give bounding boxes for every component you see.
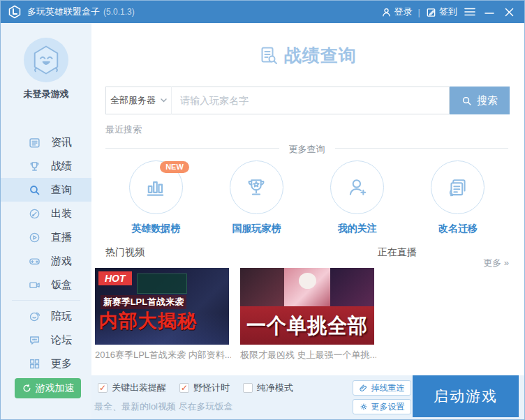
checkbox-jungle-timer[interactable]: ✓ 野怪计时 (179, 382, 230, 394)
main-content: 战绩查询 全部服务器 搜索 最近搜索 更多查询 NEW (91, 23, 524, 375)
quick-link-rename-transfer[interactable]: 改名迁移 (408, 160, 508, 235)
close-icon (505, 8, 514, 17)
grid-icon (29, 358, 40, 370)
checkbox-label: 关键出装提醒 (112, 382, 166, 394)
more-query-divider: 更多查询 (105, 148, 508, 162)
news-icon (29, 137, 40, 149)
sidebar-item-news[interactable]: 资讯 (1, 130, 91, 154)
avatar-caption: 未登录游戏 (1, 88, 91, 100)
quick-link-label: 我的关注 (338, 223, 377, 235)
pencil-square-icon (426, 7, 436, 17)
reconnect-button[interactable]: 掉线重连 (353, 380, 411, 396)
hamburger-icon (464, 8, 475, 16)
avatar[interactable] (24, 38, 68, 82)
sidebar-item-records[interactable]: 战绩 (1, 154, 91, 178)
sidebar-item-label: 陪玩 (51, 310, 72, 323)
footer-checkboxes: ✓ 关键出装提醒 ✓ 野怪计时 纯净模式 (98, 382, 293, 394)
page-title: 战绩查询 (284, 44, 357, 67)
sidebar-item-label: 饭盒 (51, 278, 72, 292)
sidebar-item-companion[interactable]: 陪玩 (1, 304, 91, 328)
search-bar: 全部服务器 搜索 (105, 87, 510, 114)
chevron-down-icon (161, 98, 167, 103)
gear-icon (360, 403, 368, 411)
bar-chart-icon (143, 175, 168, 200)
sidebar-item-more[interactable]: 更多 (1, 352, 91, 375)
server-dropdown-value: 全部服务器 (110, 94, 156, 107)
quick-link-hero-stats[interactable]: NEW 英雄数据榜 (105, 160, 206, 235)
server-dropdown[interactable]: 全部服务器 (105, 87, 171, 114)
video-thumbnail-1[interactable]: HOT 新赛季LPL首战来袭 内部大揭秘 (95, 268, 229, 345)
gamepad-icon (29, 255, 40, 267)
player-name-input[interactable] (171, 87, 450, 114)
sidebar-item-label: 论坛 (51, 333, 72, 347)
titlebar-separator: | (415, 7, 423, 17)
sidebar: 未登录游戏 资讯 战绩 (1, 23, 91, 419)
quick-link-label: 改名迁移 (438, 223, 478, 235)
quick-link-label: 国服玩家榜 (232, 223, 281, 235)
companion-smiley-icon (29, 310, 40, 322)
video-camera-icon (29, 279, 40, 291)
champion-panel-decor (240, 268, 284, 308)
titlebar: 多玩英雄联盟盒子 (5.0.1.3) 登录 | 签到 (1, 1, 524, 23)
champion-head-decor (299, 273, 316, 289)
app-version: (5.0.1.3) (103, 7, 135, 17)
signin-link[interactable]: 签到 (423, 6, 460, 18)
minimize-button[interactable] (480, 1, 499, 23)
footer-bar: ✓ 关键出装提醒 ✓ 野怪计时 纯净模式 最全、最新的lol视频 尽在多玩饭盒 … (91, 375, 524, 419)
quick-links-row: NEW 英雄数据榜 国服 (105, 160, 508, 235)
menu-button[interactable] (460, 1, 480, 23)
sidebar-divider (12, 300, 80, 301)
footer-tagline: 最全、最新的lol视频 尽在多玩饭盒 (94, 400, 233, 413)
sidebar-item-forum[interactable]: 论坛 (1, 328, 91, 352)
search-button-label: 搜索 (477, 94, 498, 107)
sidebar-item-live[interactable]: 直播 (1, 225, 91, 249)
video-caption-1[interactable]: 2016赛季LPL首战来袭 内部资料... (95, 349, 231, 361)
transfer-docs-icon (445, 175, 471, 200)
add-user-icon (345, 175, 370, 200)
checkbox-label: 野怪计时 (193, 382, 230, 394)
page-header: 战绩查询 (91, 44, 524, 67)
hot-videos-title: 热门视频 (105, 246, 145, 259)
paperclip-icon (360, 384, 368, 392)
more-settings-label: 更多设置 (371, 401, 405, 413)
login-link[interactable]: 登录 (378, 6, 415, 18)
stage-screen-decor (137, 273, 188, 294)
close-button[interactable] (499, 1, 519, 23)
video-caption-2[interactable]: 极限才最凶残 史上最强一个单挑... (240, 349, 376, 361)
sidebar-item-builds[interactable]: 出装 (1, 202, 91, 225)
video-overlay-title: 一个单挑全部 (246, 311, 368, 340)
checkbox-clean-mode[interactable]: 纯净模式 (243, 382, 293, 394)
sidebar-item-search[interactable]: 查询 (1, 178, 91, 202)
footer-buttons: 掉线重连 更多设置 (353, 380, 411, 414)
sidebar-item-label: 出装 (51, 207, 72, 220)
play-circle-icon (29, 232, 40, 243)
checkbox-box: ✓ (98, 383, 108, 393)
mascot-face-icon (28, 42, 64, 78)
search-button[interactable]: 搜索 (450, 87, 510, 114)
video-overlay-title: 内部大揭秘 (99, 308, 197, 333)
sidebar-item-label: 更多 (51, 357, 72, 370)
app-window: 多玩英雄联盟盒子 (5.0.1.3) 登录 | 签到 (0, 0, 525, 420)
sidebar-item-label: 游戏 (51, 255, 72, 268)
record-search-icon (259, 46, 279, 66)
magnifier-icon (461, 96, 472, 106)
boost-icon (22, 383, 32, 393)
more-link[interactable]: 更多 » (483, 257, 509, 269)
quick-link-label: 英雄数据榜 (131, 223, 180, 235)
quick-link-cn-rank[interactable]: 国服玩家榜 (206, 160, 306, 235)
sidebar-item-fanbox[interactable]: 饭盒 (1, 273, 91, 297)
launch-game-button[interactable]: 启动游戏 (413, 375, 519, 417)
more-settings-button[interactable]: 更多设置 (353, 399, 411, 414)
quick-link-my-follows[interactable]: 我的关注 (307, 160, 408, 235)
minimize-icon (485, 8, 494, 16)
sidebar-item-label: 战绩 (51, 160, 72, 173)
app-title: 多玩英雄联盟盒子 (27, 6, 100, 18)
checkbox-box: ✓ (179, 383, 189, 393)
sidebar-nav: 资讯 战绩 查询 (1, 130, 91, 375)
recent-search-label: 最近搜索 (105, 123, 142, 136)
pen-circle-icon (29, 208, 40, 220)
checkbox-build-reminder[interactable]: ✓ 关键出装提醒 (98, 382, 166, 394)
sidebar-item-games[interactable]: 游戏 (1, 249, 91, 273)
video-thumbnail-2[interactable]: 一个单挑全部 (240, 268, 374, 345)
game-boost-button[interactable]: 游戏加速 (15, 378, 81, 398)
